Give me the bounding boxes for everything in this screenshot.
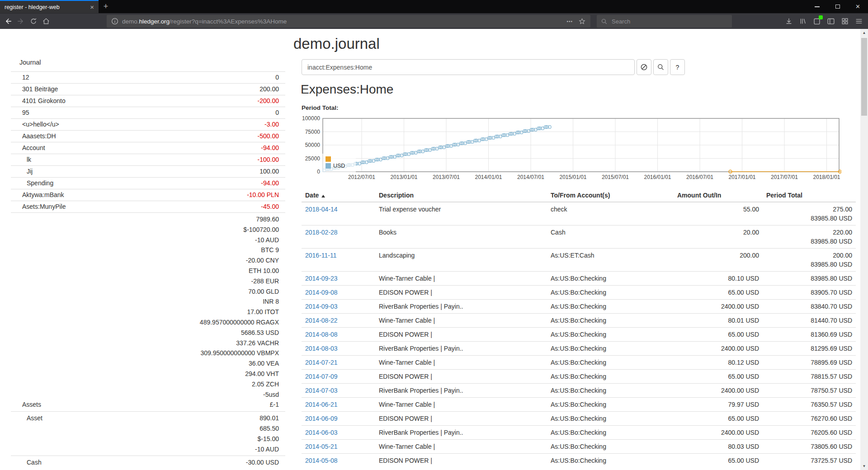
date-link[interactable]: 2014-09-08 — [305, 289, 338, 296]
table-row[interactable]: 2014-09-03RiverBank Properties | Payin..… — [302, 300, 856, 314]
account-link[interactable]: Jij — [14, 167, 33, 176]
account-row: 4101 Girokonto-200.00 — [11, 95, 285, 107]
url-actions: ••• — [566, 18, 586, 25]
date-link[interactable]: 2018-02-28 — [305, 229, 338, 236]
date-link[interactable]: 2014-09-23 — [305, 275, 338, 282]
amount-cell: 2400.00 USD — [674, 300, 763, 314]
sidebar-icon — [826, 17, 835, 26]
query-input[interactable] — [302, 59, 635, 75]
account-link[interactable]: Asset — [14, 413, 42, 423]
help-button[interactable]: ? — [670, 59, 685, 75]
library-button[interactable] — [797, 14, 809, 28]
table-row[interactable]: 2014-06-03RiverBank Properties | Payin..… — [302, 426, 856, 440]
account-link[interactable]: Cash — [14, 457, 42, 468]
maximize-button[interactable] — [827, 0, 848, 13]
description-cell: RiverBank Properties | Payin.. — [375, 342, 547, 356]
search-button[interactable] — [653, 59, 668, 75]
account-link[interactable]: 12 — [14, 73, 29, 82]
account-link[interactable]: Account — [14, 143, 45, 153]
account-row: Account-94.00 — [11, 142, 285, 154]
sidebar-journal-link[interactable]: Journal — [11, 58, 285, 67]
menu-button[interactable] — [853, 14, 865, 28]
table-row[interactable]: 2014-07-21Wine-Tarner Cable |As:US:Bo:Ch… — [302, 356, 856, 370]
date-link[interactable]: 2014-05-21 — [305, 443, 338, 450]
column-header-date[interactable]: Date — [302, 189, 375, 202]
page-title: demo.journal — [293, 35, 380, 52]
table-row[interactable]: 2014-05-08EDISON POWER |As:US:Bo:Checkin… — [302, 454, 856, 468]
account-link[interactable]: Aaasets:DH — [14, 132, 56, 141]
account-cell: As:US:Bo:Checking — [547, 356, 674, 370]
download-button[interactable] — [783, 14, 795, 28]
table-row[interactable]: 2016-11-11LandscapingAs:US:ET:Cash200.00… — [302, 249, 856, 272]
date-link[interactable]: 2014-07-03 — [305, 387, 338, 394]
browser-search-input[interactable] — [611, 18, 715, 25]
page-scrollbar[interactable]: ▲ ▼ — [860, 29, 868, 470]
period-total-cell: 78895.69 USD — [763, 356, 856, 370]
amount-cell: 2400.00 USD — [674, 384, 763, 398]
forward-button[interactable] — [14, 14, 27, 28]
table-row[interactable]: 2014-08-03RiverBank Properties | Payin..… — [302, 342, 856, 356]
table-row[interactable]: 2014-09-08EDISON POWER |As:US:Bo:Checkin… — [302, 286, 856, 300]
date-link[interactable]: 2014-08-08 — [305, 331, 338, 338]
date-link[interactable]: 2014-06-09 — [305, 415, 338, 422]
account-link[interactable]: lk — [14, 155, 31, 164]
tab-close-icon[interactable]: × — [89, 3, 95, 11]
back-button[interactable] — [2, 14, 14, 28]
table-row[interactable]: 2014-08-08EDISON POWER |As:US:Bo:Checkin… — [302, 328, 856, 342]
date-link[interactable]: 2014-09-03 — [305, 303, 338, 310]
date-link[interactable]: 2014-06-21 — [305, 401, 338, 408]
date-link[interactable]: 2014-06-03 — [305, 429, 338, 436]
table-row[interactable]: 2014-06-09EDISON POWER |As:US:Bo:Checkin… — [302, 412, 856, 426]
table-row[interactable]: 2014-07-09EDISON POWER |As:US:Bo:Checkin… — [302, 370, 856, 384]
account-link[interactable]: Asets:MunyPile — [14, 202, 66, 212]
table-row[interactable]: 2018-02-28BooksCash20.00220.0083985.80 U… — [302, 226, 856, 249]
bookmark-star-icon[interactable] — [578, 18, 586, 25]
description-cell: RiverBank Properties | Payin.. — [375, 384, 547, 398]
date-link[interactable]: 2016-11-11 — [305, 252, 337, 259]
grid-button[interactable] — [839, 14, 851, 28]
account-link[interactable]: Aktywa:mBank — [14, 190, 64, 200]
date-link[interactable]: 2014-07-09 — [305, 373, 338, 380]
page-actions-icon[interactable]: ••• — [566, 19, 573, 24]
date-link[interactable]: 2014-08-03 — [305, 345, 338, 352]
account-link[interactable]: 95 — [14, 108, 29, 118]
table-row[interactable]: 2018-04-14Trial expense vouchercheck55.0… — [302, 202, 856, 226]
account-link[interactable]: 4101 Girokonto — [14, 96, 66, 106]
account-balance: -200.00 — [258, 96, 279, 106]
account-table: 120301 Beiträge200.004101 Girokonto-200.… — [11, 71, 285, 470]
svg-text:2013/07/01: 2013/07/01 — [433, 174, 460, 180]
date-link[interactable]: 2018-04-14 — [305, 206, 338, 213]
table-row[interactable]: 2014-09-23Wine-Tarner Cable |As:US:Bo:Ch… — [302, 272, 856, 286]
url-bar[interactable]: demo.hledger.org/register?q=inacct%3AExp… — [107, 15, 590, 28]
sidebar-toggle-button[interactable] — [825, 14, 837, 28]
minimize-button[interactable] — [807, 0, 827, 13]
account-balance: -10.00 PLN — [247, 190, 279, 200]
home-button[interactable] — [40, 14, 52, 28]
table-row[interactable]: 2014-08-22Wine-Tarner Cable |As:US:Bo:Ch… — [302, 314, 856, 328]
site-info-icon[interactable] — [111, 18, 118, 25]
scrollbar-thumb[interactable] — [861, 38, 867, 116]
new-tab-button[interactable]: + — [99, 0, 113, 13]
period-total-cell: 76270.60 USD — [763, 412, 856, 426]
extension-button[interactable] — [811, 14, 823, 28]
reload-button[interactable] — [27, 14, 40, 28]
tab-register[interactable]: register - hledger-web × — [0, 0, 99, 13]
period-total-cell: 83840.70 USD — [763, 300, 856, 314]
clear-query-button[interactable] — [637, 59, 651, 75]
scrollbar-down-icon[interactable]: ▼ — [860, 462, 868, 470]
close-button[interactable]: ✕ — [848, 0, 868, 13]
date-link[interactable]: 2014-08-22 — [305, 317, 338, 324]
scrollbar-up-icon[interactable]: ▲ — [860, 29, 868, 37]
account-row: Spending-94.00 — [11, 178, 285, 189]
amount-cell: 200.00 — [674, 249, 763, 272]
table-row[interactable]: 2014-07-03RiverBank Properties | Payin..… — [302, 384, 856, 398]
account-link[interactable]: Assets — [14, 400, 41, 410]
account-link[interactable]: Spending — [14, 179, 53, 188]
date-link[interactable]: 2014-05-08 — [305, 457, 338, 464]
date-link[interactable]: 2014-07-21 — [305, 359, 338, 366]
table-row[interactable]: 2014-05-21Wine-Tarner Cable |As:US:Bo:Ch… — [302, 440, 856, 454]
account-link[interactable]: <u>hello</u> — [14, 120, 59, 129]
table-row[interactable]: 2014-06-21Wine-Tarner Cable |As:US:Bo:Ch… — [302, 398, 856, 412]
browser-search-box[interactable] — [597, 15, 732, 28]
account-link[interactable]: 301 Beiträge — [14, 85, 58, 94]
